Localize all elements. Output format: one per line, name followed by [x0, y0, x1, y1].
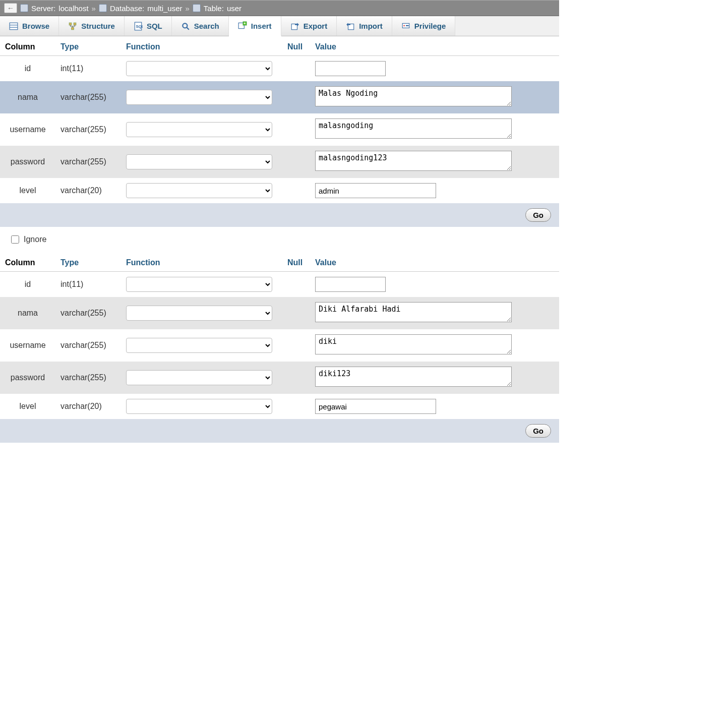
value-input[interactable] — [315, 61, 386, 76]
value-input[interactable] — [315, 118, 512, 139]
ignore-checkbox[interactable] — [11, 235, 19, 244]
null-cell — [282, 56, 310, 82]
tab-sql[interactable]: SQL SQL — [125, 16, 172, 36]
header-function[interactable]: Function — [121, 38, 282, 56]
go-button[interactable]: Go — [525, 208, 551, 222]
table-row: namavarchar(255) — [0, 81, 559, 113]
column-type: varchar(255) — [55, 329, 121, 362]
svg-point-8 — [183, 23, 187, 28]
tab-label: Import — [359, 22, 383, 30]
tab-import[interactable]: Import — [337, 16, 392, 36]
tab-label: Privilege — [414, 22, 446, 30]
svg-text:SQL: SQL — [136, 24, 143, 29]
function-select[interactable] — [126, 306, 272, 321]
tab-export[interactable]: Export — [281, 16, 337, 36]
function-select[interactable] — [126, 61, 272, 76]
function-cell — [121, 329, 282, 362]
tab-label: Search — [194, 22, 219, 30]
value-input[interactable] — [315, 367, 512, 387]
function-select[interactable] — [126, 399, 272, 414]
column-type: varchar(255) — [55, 297, 121, 329]
header-type[interactable]: Type — [55, 254, 121, 272]
svg-rect-0 — [10, 23, 18, 30]
tab-browse[interactable]: Browse — [0, 16, 59, 36]
table-link[interactable]: user — [227, 4, 241, 13]
function-select[interactable] — [126, 90, 272, 105]
import-icon — [346, 22, 355, 31]
svg-rect-3 — [69, 23, 72, 25]
value-input[interactable] — [315, 277, 386, 292]
tab-search[interactable]: Search — [172, 16, 229, 36]
table-label: Table: — [204, 4, 224, 13]
function-cell — [121, 113, 282, 146]
column-name: level — [0, 178, 55, 203]
value-cell — [310, 272, 559, 297]
function-select[interactable] — [126, 122, 272, 137]
value-input[interactable] — [315, 302, 512, 322]
null-cell — [282, 178, 310, 203]
column-type: int(11) — [55, 56, 121, 82]
null-cell — [282, 362, 310, 394]
value-input[interactable] — [315, 334, 512, 354]
null-cell — [282, 81, 310, 113]
column-type: varchar(255) — [55, 362, 121, 394]
table-row: usernamevarchar(255) — [0, 329, 559, 362]
value-input[interactable] — [315, 151, 512, 171]
server-icon — [20, 4, 28, 12]
function-cell — [121, 146, 282, 178]
function-cell — [121, 81, 282, 113]
svg-rect-17 — [406, 25, 409, 26]
function-select[interactable] — [126, 338, 272, 353]
column-name: nama — [0, 81, 55, 113]
value-cell — [310, 56, 559, 82]
function-cell — [121, 56, 282, 82]
column-name: nama — [0, 297, 55, 329]
header-function[interactable]: Function — [121, 254, 282, 272]
null-cell — [282, 394, 310, 419]
table-row: usernamevarchar(255) — [0, 113, 559, 146]
value-cell — [310, 362, 559, 394]
column-name: password — [0, 146, 55, 178]
value-input[interactable] — [315, 86, 512, 106]
svg-text:+: + — [244, 22, 246, 25]
tab-label: Export — [304, 22, 328, 30]
table-row: idint(11) — [0, 56, 559, 82]
function-select[interactable] — [126, 370, 272, 385]
tab-label: SQL — [147, 22, 162, 30]
value-cell — [310, 81, 559, 113]
column-type: varchar(255) — [55, 146, 121, 178]
breadcrumb: ← Server: localhost » Database: multi_us… — [0, 0, 559, 16]
database-link[interactable]: multi_user — [147, 4, 182, 13]
tab-structure[interactable]: Structure — [59, 16, 125, 36]
server-link[interactable]: localhost — [58, 4, 88, 13]
tab-insert[interactable]: + Insert — [229, 16, 281, 36]
database-icon — [99, 4, 107, 12]
function-cell — [121, 297, 282, 329]
table-row: passwordvarchar(255) — [0, 362, 559, 394]
function-select[interactable] — [126, 154, 272, 169]
go-button[interactable]: Go — [525, 424, 551, 438]
ignore-row: Ignore — [0, 227, 559, 252]
column-name: id — [0, 56, 55, 82]
value-cell — [310, 329, 559, 362]
database-label: Database: — [110, 4, 144, 13]
table-row: levelvarchar(20) — [0, 178, 559, 203]
browse-icon — [9, 22, 18, 31]
function-cell — [121, 178, 282, 203]
tab-privileges[interactable]: Privilege — [392, 16, 456, 36]
export-icon — [290, 22, 299, 31]
function-select[interactable] — [126, 277, 272, 292]
tab-label: Browse — [22, 22, 49, 30]
value-input[interactable] — [315, 399, 436, 414]
header-null: Null — [282, 38, 310, 56]
go-row-1: Go — [0, 203, 559, 227]
header-type[interactable]: Type — [55, 38, 121, 56]
null-cell — [282, 272, 310, 297]
go-row-2: Go — [0, 419, 559, 443]
column-type: varchar(255) — [55, 113, 121, 146]
value-input[interactable] — [315, 183, 436, 198]
header-column: Column — [0, 254, 55, 272]
back-button[interactable]: ← — [4, 3, 17, 13]
function-select[interactable] — [126, 183, 272, 198]
column-type: varchar(20) — [55, 394, 121, 419]
